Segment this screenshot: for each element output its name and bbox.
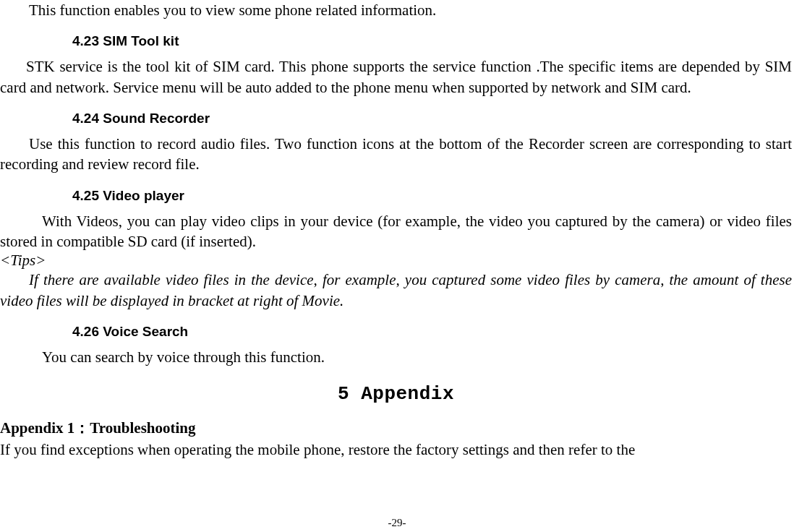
heading-sim-tool-kit: 4.23 SIM Tool kit (72, 33, 792, 49)
body-voice-search: You can search by voice through this fun… (0, 347, 792, 367)
document-page: This function enables you to view some p… (0, 0, 794, 532)
intro-paragraph: This function enables you to view some p… (0, 0, 792, 20)
heading-video-player: 4.25 Video player (72, 188, 792, 204)
heading-voice-search: 4.26 Voice Search (72, 324, 792, 340)
tips-body: If there are available video files in th… (0, 270, 792, 311)
appendix1-heading: Appendix 1：Troubleshooting (0, 418, 792, 438)
chapter-appendix: 5 Appendix (0, 383, 792, 405)
page-number: -29- (0, 517, 794, 529)
heading-sound-recorder: 4.24 Sound Recorder (72, 111, 792, 126)
body-sim-tool-kit: STK service is the tool kit of SIM card.… (0, 56, 792, 98)
body-sound-recorder: Use this function to record audio files.… (0, 134, 792, 175)
appendix1-body: If you find exceptions when operating th… (0, 439, 792, 460)
body-video-player: With Videos, you can play video clips in… (0, 211, 792, 252)
tips-label: <Tips> (0, 252, 792, 270)
